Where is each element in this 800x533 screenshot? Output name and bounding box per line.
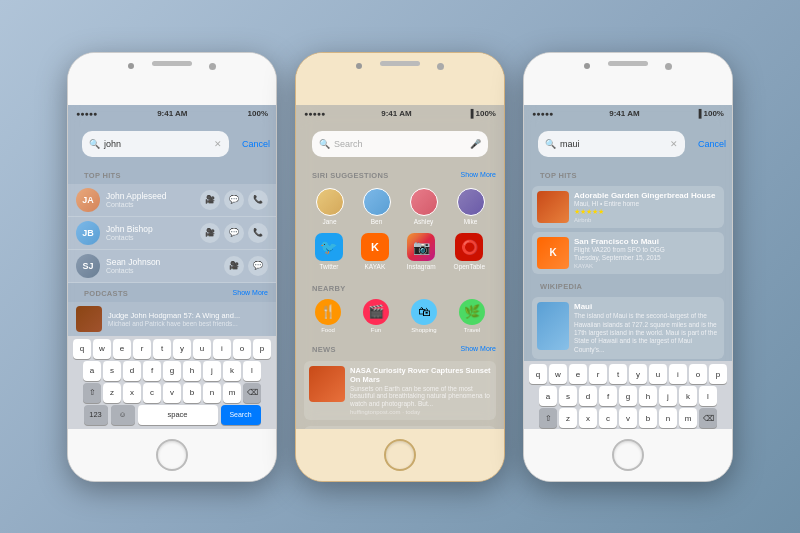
key-search-left[interactable]: Search (221, 405, 261, 425)
key-emoji[interactable]: ☺ (111, 405, 135, 425)
keyboard-left[interactable]: q w e r t y u i o p a s d f g h (68, 336, 276, 429)
rkey-b[interactable]: b (639, 408, 657, 428)
key-g[interactable]: g (163, 361, 181, 381)
rkey-u[interactable]: u (649, 364, 667, 384)
key-s[interactable]: s (103, 361, 121, 381)
rkey-c[interactable]: c (599, 408, 617, 428)
cancel-button-left[interactable]: Cancel (242, 139, 270, 149)
rkey-r[interactable]: r (589, 364, 607, 384)
show-more-news[interactable]: Show More (461, 345, 496, 352)
search-bar-middle[interactable]: 🔍 Search 🎤 (312, 131, 488, 157)
key-space[interactable]: space (138, 405, 218, 425)
rkey-q[interactable]: q (529, 364, 547, 384)
key-o[interactable]: o (233, 339, 251, 359)
key-l[interactable]: l (243, 361, 261, 381)
rkey-shift[interactable]: ⇧ (539, 408, 557, 428)
key-w[interactable]: w (93, 339, 111, 359)
siri-ben[interactable]: Ben (363, 188, 391, 225)
key-h[interactable]: h (183, 361, 201, 381)
rkey-g[interactable]: g (619, 386, 637, 406)
rkey-j[interactable]: j (659, 386, 677, 406)
video-btn[interactable]: 🎥 (200, 190, 220, 210)
siri-jane[interactable]: Jane (316, 188, 344, 225)
rkey-o[interactable]: o (689, 364, 707, 384)
result-kayak[interactable]: K San Francisco to Maui Flight VA220 fro… (532, 232, 724, 274)
key-i[interactable]: i (213, 339, 231, 359)
podcast-item[interactable]: Judge John Hodgman 57: A Wing and... Mic… (68, 302, 276, 336)
search-bar-right[interactable]: 🔍 maui ✕ (538, 131, 685, 157)
nearby-food[interactable]: 🍴 Food (315, 299, 341, 333)
rkey-h[interactable]: h (639, 386, 657, 406)
news-item-1[interactable]: NASA Curiosity Rover Captures Sunset On … (304, 361, 496, 420)
search-bar-left[interactable]: 🔍 john ✕ (82, 131, 229, 157)
key-num[interactable]: 123 (84, 405, 108, 425)
key-q[interactable]: q (73, 339, 91, 359)
contact-sean-johnson[interactable]: SJ Sean Johnson Contacts 🎥 💬 (68, 250, 276, 283)
key-b[interactable]: b (183, 383, 201, 403)
nearby-fun[interactable]: 🎬 Fun (363, 299, 389, 333)
cancel-button-right[interactable]: Cancel (698, 139, 726, 149)
news-item-2[interactable]: Healthy diet may improve memory, says st… (304, 426, 496, 429)
rkey-t[interactable]: t (609, 364, 627, 384)
rkey-z[interactable]: z (559, 408, 577, 428)
keyboard-right[interactable]: q w e r t y u i o p a s d f g h (524, 361, 732, 428)
rkey-f[interactable]: f (599, 386, 617, 406)
app-twitter[interactable]: 🐦 Twitter (315, 233, 343, 270)
key-y[interactable]: y (173, 339, 191, 359)
rkey-w[interactable]: w (549, 364, 567, 384)
key-backspace[interactable]: ⌫ (243, 383, 261, 403)
siri-ashley[interactable]: Ashley (410, 188, 438, 225)
rkey-x[interactable]: x (579, 408, 597, 428)
key-u[interactable]: u (193, 339, 211, 359)
key-p[interactable]: p (253, 339, 271, 359)
rkey-s[interactable]: s (559, 386, 577, 406)
nearby-travel[interactable]: 🌿 Travel (459, 299, 485, 333)
wikipedia-card[interactable]: Maui The island of Maui is the second-la… (532, 297, 724, 359)
call-btn-2[interactable]: 📞 (248, 223, 268, 243)
rkey-e[interactable]: e (569, 364, 587, 384)
app-kayak[interactable]: K KAYAK (361, 233, 389, 270)
call-btn[interactable]: 📞 (248, 190, 268, 210)
show-more-left[interactable]: Show More (233, 289, 268, 296)
rkey-p[interactable]: p (709, 364, 727, 384)
key-n[interactable]: n (203, 383, 221, 403)
key-a[interactable]: a (83, 361, 101, 381)
message-btn-2[interactable]: 💬 (224, 223, 244, 243)
key-f[interactable]: f (143, 361, 161, 381)
clear-icon[interactable]: ✕ (214, 139, 222, 149)
video-btn-2[interactable]: 🎥 (200, 223, 220, 243)
key-c[interactable]: c (143, 383, 161, 403)
rkey-l[interactable]: l (699, 386, 717, 406)
rkey-m[interactable]: m (679, 408, 697, 428)
rkey-i[interactable]: i (669, 364, 687, 384)
siri-mike[interactable]: Mike (457, 188, 485, 225)
key-m[interactable]: m (223, 383, 241, 403)
video-btn-3[interactable]: 🎥 (224, 256, 244, 276)
contact-john-bishop[interactable]: JB John Bishop Contacts 🎥 💬 📞 (68, 217, 276, 250)
rkey-y[interactable]: y (629, 364, 647, 384)
key-z[interactable]: z (103, 383, 121, 403)
rkey-a[interactable]: a (539, 386, 557, 406)
rkey-n[interactable]: n (659, 408, 677, 428)
key-t[interactable]: t (153, 339, 171, 359)
rkey-backspace[interactable]: ⌫ (699, 408, 717, 428)
key-j[interactable]: j (203, 361, 221, 381)
contact-john-appleseed[interactable]: JA John Appleseed Contacts 🎥 💬 📞 (68, 184, 276, 217)
mic-icon[interactable]: 🎤 (470, 139, 481, 149)
key-k[interactable]: k (223, 361, 241, 381)
key-d[interactable]: d (123, 361, 141, 381)
key-v[interactable]: v (163, 383, 181, 403)
clear-icon-right[interactable]: ✕ (670, 139, 678, 149)
nearby-shopping[interactable]: 🛍 Shopping (411, 299, 437, 333)
app-instagram[interactable]: 📷 Instagram (407, 233, 436, 270)
rkey-v[interactable]: v (619, 408, 637, 428)
message-btn[interactable]: 💬 (224, 190, 244, 210)
show-more-siri[interactable]: Show More (461, 171, 496, 178)
key-x[interactable]: x (123, 383, 141, 403)
home-button-left[interactable] (156, 439, 188, 471)
home-button-right[interactable] (612, 439, 644, 471)
message-btn-3[interactable]: 💬 (248, 256, 268, 276)
rkey-k[interactable]: k (679, 386, 697, 406)
rkey-d[interactable]: d (579, 386, 597, 406)
result-airbnb[interactable]: Adorable Garden Gingerbread House Maui, … (532, 186, 724, 228)
